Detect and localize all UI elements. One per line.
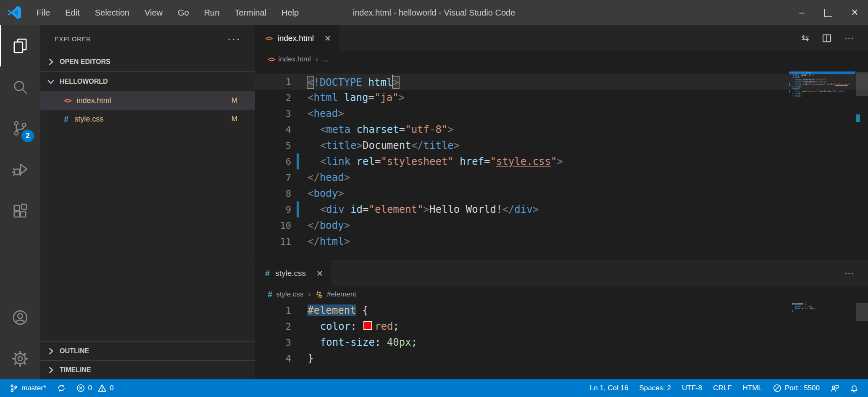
minimize-button[interactable]: – xyxy=(789,0,815,25)
workbench: 2 EXPLORER ··· OPEN EDITORS HELLOWORLD <… xyxy=(0,25,868,379)
code-line[interactable]: 3<head> xyxy=(255,106,868,122)
menu-item-terminal[interactable]: Terminal xyxy=(228,5,273,20)
more-actions-button[interactable]: ··· xyxy=(844,33,854,44)
chevron-right-icon xyxy=(46,347,55,356)
activity-source-control-button[interactable]: 2 xyxy=(0,108,40,149)
breadcrumb: <>index.html›... xyxy=(255,51,868,67)
status-notifications[interactable] xyxy=(844,379,864,397)
code-line[interactable]: 4 <meta charset="utf-8"> xyxy=(255,122,868,138)
line-number: 2 xyxy=(255,93,291,103)
code-line[interactable]: 4} xyxy=(255,350,868,366)
split-editor-button[interactable] xyxy=(822,33,832,43)
code-line[interactable]: 1#element { xyxy=(255,302,868,318)
breadcrumb: #style.css›#element xyxy=(255,286,868,302)
scm-badge: 2 xyxy=(21,130,34,142)
code-line[interactable]: 8<body> xyxy=(255,185,868,201)
menu-item-file[interactable]: File xyxy=(30,5,56,20)
status-feedback[interactable] xyxy=(825,379,844,397)
menu-item-go[interactable]: Go xyxy=(171,5,195,20)
scrollbar-thumb[interactable] xyxy=(856,303,868,321)
breadcrumb-item[interactable]: <>index.html xyxy=(268,55,311,64)
code-line[interactable]: 7</head> xyxy=(255,169,868,185)
activity-bar-bottom-items xyxy=(0,297,40,379)
breadcrumb-item[interactable]: #element xyxy=(315,290,356,299)
open-changes-button[interactable]: ⇆ xyxy=(802,33,809,44)
gutter-spacer xyxy=(297,350,299,366)
code-line[interactable]: 2 color: red; xyxy=(255,318,868,334)
css-file-icon: # xyxy=(265,269,270,278)
blocked-icon xyxy=(773,384,781,392)
sidebar-header: EXPLORER ··· xyxy=(40,25,255,52)
gutter-spacer xyxy=(297,169,299,185)
status-problems[interactable]: 00 xyxy=(71,379,119,397)
css-color-swatch[interactable] xyxy=(363,321,372,330)
code-line[interactable]: 5 <title>Document</title> xyxy=(255,138,868,154)
gutter-spacer xyxy=(297,233,299,249)
more-actions-button[interactable]: ··· xyxy=(844,268,854,279)
close-button[interactable]: ✕ xyxy=(842,0,868,25)
code-line[interactable]: 11</html> xyxy=(255,233,868,249)
sidebar-section-outline[interactable]: OUTLINE xyxy=(40,341,255,360)
chevron-down-icon xyxy=(46,77,55,86)
breadcrumb-item[interactable]: ... xyxy=(323,55,329,64)
files-icon xyxy=(12,37,29,54)
sidebar-title: EXPLORER xyxy=(55,35,91,42)
explorer-more-actions-button[interactable]: ··· xyxy=(227,32,241,45)
status-git-branch[interactable]: master* xyxy=(4,379,52,397)
menu-bar: FileEditSelectionViewGoRunTerminalHelp xyxy=(30,5,305,20)
menu-item-view[interactable]: View xyxy=(138,5,169,20)
breadcrumb-item[interactable]: #style.css xyxy=(268,290,303,299)
code-line[interactable]: 9 <div id="element">Hello World!</div> xyxy=(255,201,868,217)
gutter-spacer xyxy=(297,318,299,334)
git-modified-badge: M xyxy=(231,115,237,123)
explorer-sidebar: EXPLORER ··· OPEN EDITORS HELLOWORLD <>i… xyxy=(40,25,255,379)
code-line[interactable]: 10</body> xyxy=(255,217,868,233)
status-eol[interactable]: CRLF xyxy=(708,379,737,397)
status-live-server-port[interactable]: Port : 5500 xyxy=(768,379,825,397)
line-number: 1 xyxy=(255,77,291,87)
run-debug-icon xyxy=(12,161,29,178)
folder-section-helloworld[interactable]: HELLOWORLD xyxy=(40,72,255,91)
gutter-spacer xyxy=(297,106,299,122)
sidebar-bottom-sections: OUTLINETIMELINE xyxy=(40,341,255,379)
account-icon xyxy=(12,309,29,326)
close-tab-icon[interactable]: ✕ xyxy=(316,269,323,278)
maximize-button[interactable] xyxy=(815,0,842,25)
status-sync[interactable] xyxy=(52,379,71,397)
menu-item-help[interactable]: Help xyxy=(275,5,305,20)
tab-index-html[interactable]: <>index.html✕ xyxy=(255,25,339,51)
activity-explorer-button[interactable] xyxy=(0,25,40,66)
activity-account-button[interactable] xyxy=(0,297,40,338)
code-line[interactable]: 2<html lang="ja"> xyxy=(255,90,868,106)
code-line[interactable]: 1<!DOCTYPE html> xyxy=(255,74,868,90)
code-editor[interactable]: 1<!DOCTYPE html>2<html lang="ja">3<head>… xyxy=(255,67,868,249)
bell-icon xyxy=(850,384,858,392)
gutter-spacer xyxy=(297,138,299,154)
css-color-swatch[interactable] xyxy=(805,306,806,307)
code-editor[interactable]: 1#element {2 color: red;3 font-size: 40p… xyxy=(255,302,868,366)
open-editors-section[interactable]: OPEN EDITORS xyxy=(40,52,255,72)
sidebar-section-timeline[interactable]: TIMELINE xyxy=(40,360,255,379)
code-line[interactable]: 6 <link rel="stylesheet" href="style.css… xyxy=(255,154,868,169)
menu-item-edit[interactable]: Edit xyxy=(59,5,86,20)
status-cursor-position[interactable]: Ln 1, Col 16 xyxy=(584,379,634,397)
status-indentation[interactable]: Spaces: 2 xyxy=(634,379,676,397)
minimap[interactable]: <!DOCTYPE html><html lang="ja"><head> <m… xyxy=(789,71,855,98)
activity-run-debug-button[interactable] xyxy=(0,149,40,190)
status-language-mode[interactable]: HTML xyxy=(737,379,768,397)
file-item-style-css[interactable]: #style.cssM xyxy=(40,110,255,128)
status-encoding[interactable]: UTF-8 xyxy=(676,379,708,397)
menu-item-selection[interactable]: Selection xyxy=(89,5,136,20)
minimap[interactable]: #element { color: red; font-size: 40px;} xyxy=(789,303,855,312)
code-line[interactable]: 3 font-size: 40px; xyxy=(255,334,868,350)
tab-style-css[interactable]: #style.css✕ xyxy=(255,260,331,286)
tab-bar: <>index.html✕⇆··· xyxy=(255,25,868,51)
feedback-icon xyxy=(831,384,839,392)
file-item-index-html[interactable]: <>index.htmlM xyxy=(40,91,255,110)
menu-item-run[interactable]: Run xyxy=(198,5,226,20)
activity-search-button[interactable] xyxy=(0,66,40,108)
close-tab-icon[interactable]: ✕ xyxy=(324,34,331,43)
activity-settings-button[interactable] xyxy=(0,338,40,379)
scrollbar-thumb[interactable] xyxy=(856,72,868,96)
activity-extensions-button[interactable] xyxy=(0,190,40,231)
